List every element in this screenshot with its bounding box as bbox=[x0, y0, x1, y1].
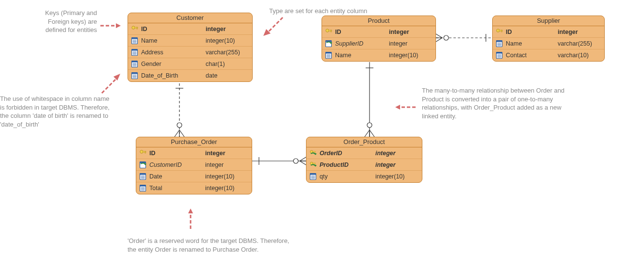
column-row: Gender char(1) bbox=[128, 58, 252, 70]
arrow-icon bbox=[187, 209, 194, 230]
entity-title: Order_Product bbox=[306, 137, 422, 147]
arrow-icon bbox=[395, 104, 417, 111]
svg-point-36 bbox=[367, 123, 372, 128]
svg-line-33 bbox=[300, 161, 306, 165]
column-row: Name integer(10) bbox=[128, 35, 252, 47]
svg-line-46 bbox=[268, 17, 283, 32]
foreign-key-icon bbox=[325, 40, 333, 48]
column-icon bbox=[496, 40, 503, 48]
svg-point-24 bbox=[177, 123, 182, 128]
svg-line-31 bbox=[300, 157, 306, 161]
primary-key-icon bbox=[139, 149, 147, 157]
svg-line-44 bbox=[436, 38, 442, 42]
column-row: qty integer(10) bbox=[306, 171, 422, 182]
arrow-icon bbox=[100, 74, 121, 95]
entity-customer[interactable]: Customer ID integer Name integer(10) Add… bbox=[128, 13, 253, 82]
foreign-key-icon bbox=[139, 161, 147, 169]
primary-key-icon bbox=[325, 28, 333, 36]
column-row: Contact varchar(10) bbox=[493, 49, 604, 61]
column-row: Date_of_Birth date bbox=[128, 70, 252, 81]
column-row: ID integer bbox=[136, 147, 252, 159]
column-row: Date integer(10) bbox=[136, 171, 252, 182]
column-row: ProductID integer bbox=[306, 159, 422, 171]
entity-title: Product bbox=[322, 16, 435, 26]
entity-title: Customer bbox=[128, 13, 252, 23]
annotation-keys: Keys (Primary and Foreign keys) are defi… bbox=[19, 9, 97, 34]
column-icon bbox=[496, 51, 503, 59]
svg-line-39 bbox=[370, 130, 374, 137]
column-row: Total integer(10) bbox=[136, 182, 252, 194]
entity-title: Purchase_Order bbox=[136, 137, 252, 147]
primary-foreign-key-icon bbox=[309, 161, 317, 169]
column-row: OrderID integer bbox=[306, 147, 422, 159]
column-row: Name varchar(255) bbox=[493, 38, 604, 49]
svg-point-30 bbox=[293, 159, 298, 163]
entity-purchase-order[interactable]: Purchase_Order ID integer CustomerID int… bbox=[136, 137, 252, 194]
entity-supplier[interactable]: Supplier ID integer Name varchar(255) Co… bbox=[492, 16, 605, 62]
column-row: Address varchar(255) bbox=[128, 47, 252, 58]
column-icon bbox=[131, 72, 139, 80]
entity-order-product[interactable]: Order_Product OrderID integer ProductID … bbox=[306, 137, 422, 183]
column-icon bbox=[131, 37, 139, 45]
column-row: ID integer bbox=[322, 26, 435, 38]
annotation-whitespace: The use of whitespace in column name is … bbox=[0, 95, 126, 128]
svg-line-48 bbox=[102, 80, 115, 93]
column-row: Name integer(10) bbox=[322, 49, 435, 61]
column-icon bbox=[325, 51, 333, 59]
entity-product[interactable]: Product ID integer SupplierID integer Na… bbox=[322, 16, 436, 62]
column-row: CustomerID integer bbox=[136, 159, 252, 171]
annotation-m2m: The many-to-many relationship between Or… bbox=[422, 86, 616, 120]
annotation-types: Type are set for each entity column bbox=[269, 7, 367, 16]
column-icon bbox=[139, 184, 147, 192]
column-icon bbox=[131, 60, 139, 68]
svg-line-25 bbox=[175, 130, 179, 137]
svg-point-41 bbox=[444, 35, 449, 40]
column-row: ID integer bbox=[128, 23, 252, 35]
column-row: ID integer bbox=[493, 26, 604, 38]
arrow-icon bbox=[263, 16, 285, 37]
column-icon bbox=[131, 48, 139, 56]
primary-key-icon bbox=[496, 28, 503, 36]
arrow-icon bbox=[100, 22, 122, 29]
primary-foreign-key-icon bbox=[309, 149, 317, 157]
svg-line-37 bbox=[365, 130, 370, 137]
column-icon bbox=[309, 173, 317, 180]
annotation-order: 'Order' is a reserved word for the targe… bbox=[128, 237, 341, 254]
primary-key-icon bbox=[131, 25, 139, 33]
entity-title: Supplier bbox=[493, 16, 604, 26]
svg-line-27 bbox=[179, 130, 184, 137]
column-row: SupplierID integer bbox=[322, 38, 435, 49]
column-icon bbox=[139, 173, 147, 180]
svg-line-42 bbox=[436, 34, 442, 38]
